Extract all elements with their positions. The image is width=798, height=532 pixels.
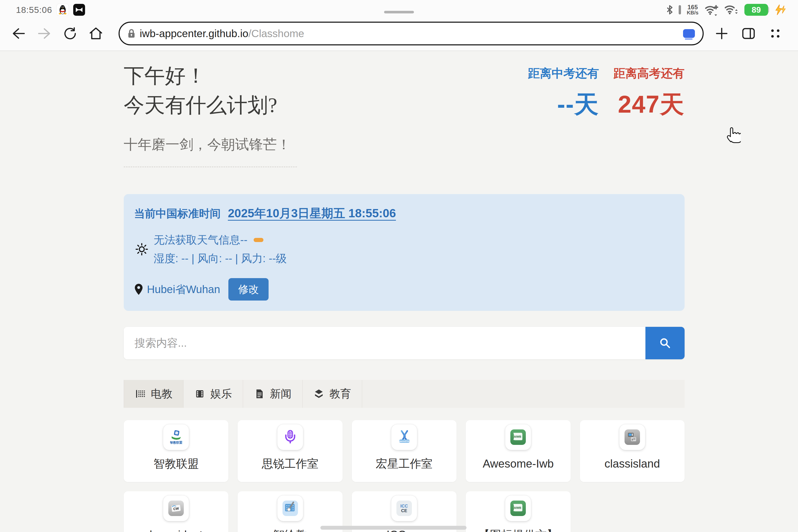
app-label: 思锐工作室: [262, 457, 319, 471]
tab-label: 电教: [151, 387, 172, 401]
awesome-iwb-icon-text: AIWB: [514, 435, 521, 438]
location-text: Hubei省Wuhan: [147, 282, 220, 297]
news-doc-icon: [254, 388, 265, 399]
classisland-icon: [620, 424, 645, 450]
app-label: 【图标提供方】iwbicons: [471, 528, 565, 532]
tab-label: 新闻: [270, 387, 291, 401]
film-icon: [194, 388, 205, 399]
weather-status-text: 无法获取天气信息--: [154, 233, 247, 247]
awesome-iwb-icon: AIWB: [505, 424, 531, 450]
url-text: iwb-appcenter.github.io/Classhome: [140, 27, 304, 40]
gaokao-label: 距离高考还有: [613, 65, 685, 81]
graduation-layers-icon: [314, 388, 324, 399]
app-card-sirui[interactable]: 思锐工作室: [238, 420, 342, 482]
app-label: 智教联盟: [153, 457, 199, 471]
icc-text: ICC: [400, 504, 408, 509]
window-drag-handle[interactable]: [384, 11, 414, 14]
cst-time-label: 当前中国标准时间: [134, 207, 221, 221]
motto-text: 十年磨一剑，今朝试锋芒！: [124, 135, 685, 154]
browser-toolbar: iwb-appcenter.github.io/Classhome: [0, 18, 798, 51]
zhongkao-label: 距离中考还有: [528, 65, 599, 81]
tab-xinwen[interactable]: 新闻: [243, 380, 303, 408]
time-weather-card: 当前中国标准时间 2025年10月3日星期五 18:55:06 无法获取天气信息…: [124, 194, 685, 311]
status-capsule-icon: [679, 5, 681, 15]
sirui-mic-icon: [277, 424, 303, 450]
split-view-button[interactable]: [740, 25, 757, 42]
home-button[interactable]: [89, 26, 103, 41]
tab-dianjiao[interactable]: 电教: [124, 380, 184, 408]
back-button[interactable]: [11, 26, 26, 41]
new-tab-button[interactable]: [714, 25, 730, 42]
edit-location-button[interactable]: 修改: [228, 278, 269, 301]
iwbicons-icon: AIWB: [505, 495, 531, 521]
screen-dots-icon: [135, 388, 146, 399]
app-card-zhijiaolianmeng[interactable]: 智教联盟 智教联盟: [124, 420, 228, 482]
location-pin-icon: [134, 283, 143, 296]
classhome-page: 下午好！ 今天有什么计划? 距离中考还有 --天 距离高考还有 247天 十年磨…: [0, 51, 798, 532]
status-bar: 18:55:06: [0, 0, 798, 18]
zhijiaolianmeng-icon: 智教联盟: [163, 424, 189, 450]
zhihuijiao-icon: [277, 495, 303, 521]
hongxing-icon: MacroSTAR: [391, 424, 417, 450]
wifi-plus-icon: [704, 4, 719, 16]
app-card-classisland[interactable]: classisland: [580, 420, 685, 482]
cst-time-link[interactable]: 2025年10月3日星期五 18:55:06: [228, 205, 396, 222]
app-grid: 智教联盟 智教联盟 思锐工作室: [124, 420, 685, 532]
app-card-iwbicons[interactable]: AIWB 【图标提供方】iwbicons: [466, 491, 570, 532]
hongxing-icon-text: MacroSTAR: [398, 440, 411, 442]
weather-detail-text: 湿度: -- | 风向: -- | 风力: --级: [154, 251, 287, 266]
dashed-divider: [124, 167, 297, 167]
horizontal-scrollbar[interactable]: [320, 526, 467, 530]
charging-bolt-icon: [775, 4, 786, 16]
url-domain: iwb-appcenter.github.io: [140, 27, 248, 39]
url-path: /Classhome: [248, 27, 304, 39]
greeting-heading: 下午好！ 今天有什么计划?: [124, 61, 277, 120]
tab-label: 教育: [329, 387, 351, 401]
app-card-classwidgets[interactable]: CW classwidgets: [124, 491, 228, 532]
tab-jiaoyu[interactable]: 教育: [303, 380, 362, 408]
app-label: Awesome-Iwb: [483, 457, 554, 471]
iwbicons-icon-text: AIWB: [514, 506, 521, 509]
search-button[interactable]: [645, 327, 685, 359]
zhongkao-countdown: 距离中考还有 --天: [528, 65, 599, 121]
app-card-awesome-iwb[interactable]: AIWB Awesome-Iwb: [466, 420, 570, 482]
menu-dots-button[interactable]: [767, 25, 783, 42]
search-icon: [658, 336, 672, 350]
zhijiaolianmeng-icon-text: 智教联盟: [170, 440, 182, 445]
classwidgets-icon-text: CW: [173, 507, 179, 511]
app-label: classisland: [604, 457, 660, 471]
reload-button[interactable]: [63, 26, 77, 41]
penguin-icon: [58, 5, 67, 15]
battery-indicator: 89: [744, 4, 768, 16]
exam-countdown: 距离中考还有 --天 距离高考还有 247天: [528, 65, 685, 121]
bluetooth-icon: [666, 5, 673, 15]
zhongkao-days: --天: [557, 88, 599, 121]
greeting-line2: 今天有什么计划?: [124, 91, 277, 120]
search-input[interactable]: [124, 327, 645, 359]
tab-yule[interactable]: 娱乐: [184, 380, 243, 408]
sun-icon: [134, 242, 150, 257]
app-card-hongxing[interactable]: MacroSTAR 宏星工作室: [352, 420, 456, 482]
browser-chrome: 18:55:06: [0, 0, 798, 51]
wifi-updown-icon: [724, 4, 739, 16]
classwidgets-icon: CW: [163, 495, 189, 521]
ce-text: CE: [401, 508, 407, 513]
capcut-app-icon: [73, 4, 85, 16]
greeting-line1: 下午好！: [124, 61, 277, 91]
extension-badge-icon[interactable]: [683, 29, 695, 38]
search-bar: [124, 327, 685, 359]
app-label: 智绘教: [273, 528, 307, 532]
battery-percent: 89: [752, 5, 761, 15]
forward-button[interactable]: [37, 26, 52, 41]
qq-app-icon: [57, 4, 69, 16]
weather-condition-icon: [254, 238, 263, 242]
status-clock: 18:55:06: [16, 5, 52, 15]
app-label: classwidgets: [144, 528, 208, 532]
app-label: 宏星工作室: [376, 457, 433, 471]
capcut-glyph-icon: [75, 7, 83, 13]
icc-ce-icon: ICC CE: [391, 495, 417, 521]
network-speed: 165 KB/s: [687, 4, 699, 15]
gaokao-countdown: 距离高考还有 247天: [613, 65, 685, 121]
gaokao-days: 247天: [618, 88, 685, 121]
address-bar[interactable]: iwb-appcenter.github.io/Classhome: [118, 22, 704, 45]
